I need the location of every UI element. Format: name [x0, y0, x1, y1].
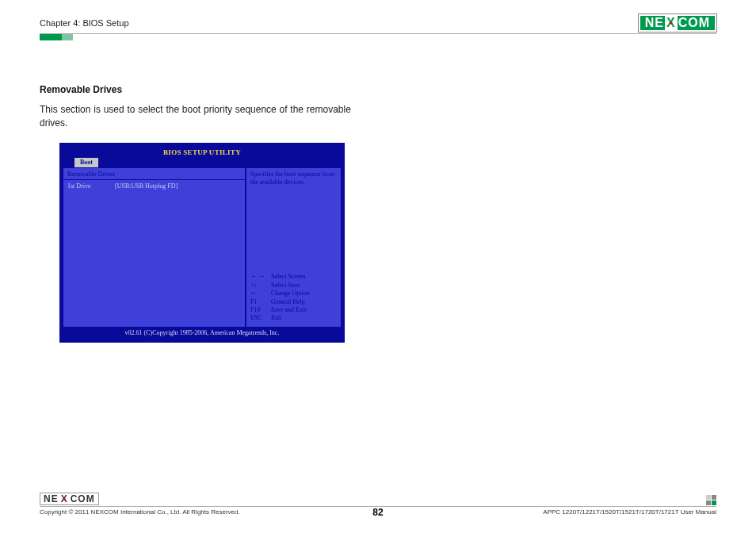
bios-tab-row: Boot: [63, 158, 341, 167]
bios-key-row: ← →Select Screen: [250, 273, 337, 281]
bios-screenshot: BIOS SETUP UTILITY Boot Removable Drives…: [59, 143, 345, 343]
section-description: This section is used to select the boot …: [40, 103, 351, 131]
page-header: Chapter 4: BIOS Setup NEXCOM: [40, 14, 716, 34]
header-accent-bars: [40, 34, 716, 40]
bios-key-row: F10Save and Exit: [250, 306, 337, 314]
logo-part-ne: NE: [645, 16, 664, 30]
bios-panel-heading: Removable Drives: [63, 168, 245, 180]
bios-version-footer: v02.61 (C)Copyright 1985-2006, American …: [63, 327, 341, 339]
bios-item-value: [USB:USB Hotplug FD]: [115, 182, 178, 190]
bios-left-panel: Removable Drives 1st Drive [USB:USB Hotp…: [63, 168, 246, 327]
footer-square-icon: [706, 495, 716, 505]
logo-part-x: X: [665, 16, 678, 30]
bios-drive-item: 1st Drive [USB:USB Hotplug FD]: [63, 180, 245, 192]
bios-tab-boot: Boot: [74, 158, 98, 167]
manual-name: APPC 1220T/1221T/1520T/1521T/1720T/1721T…: [543, 508, 716, 516]
bios-right-panel: Specifies the boot sequence from the ava…: [246, 168, 341, 327]
bios-key-row: ESCExit: [250, 314, 337, 322]
logo-part-com: COM: [678, 16, 710, 30]
bios-key-row: +-Change Option: [250, 290, 337, 297]
page-number: 82: [372, 507, 383, 518]
section-title: Removable Drives: [40, 84, 716, 95]
copyright-text: Copyright © 2011 NEXCOM International Co…: [40, 508, 240, 516]
chapter-title: Chapter 4: BIOS Setup: [40, 18, 129, 28]
bios-help-text: Specifies the boot sequence from the ava…: [250, 171, 337, 186]
bios-key-row: F1General Help: [250, 298, 337, 306]
bios-utility-title: BIOS SETUP UTILITY: [63, 147, 341, 158]
nexcom-logo: NEXCOM: [639, 14, 716, 32]
page-footer: NEXCOM Copyright © 2011 NEXCOM Internati…: [40, 493, 716, 516]
bios-key-row: ↑↓Select Item: [250, 282, 337, 290]
bios-key-legend: ← →Select Screen ↑↓Select Item +-Change …: [250, 273, 337, 322]
bios-item-label: 1st Drive: [67, 182, 113, 190]
nexcom-logo-footer: NEXCOM: [40, 493, 99, 505]
